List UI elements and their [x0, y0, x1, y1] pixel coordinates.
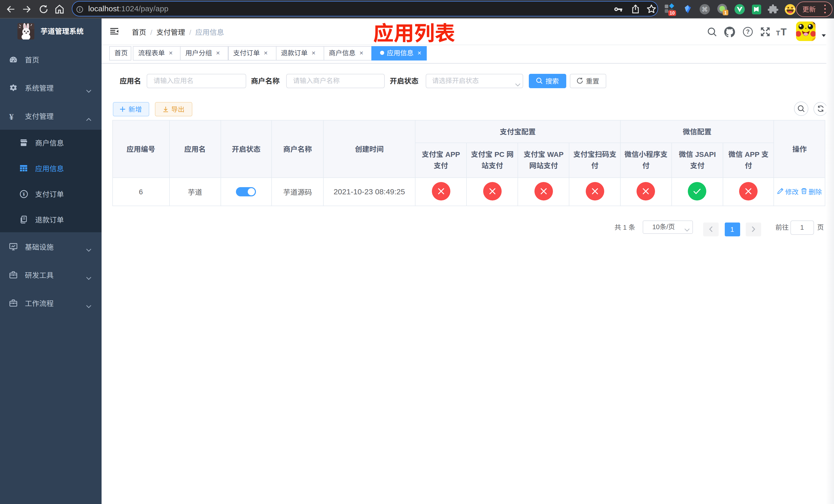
svg-text:10: 10: [670, 10, 675, 16]
svg-text:1: 1: [724, 10, 727, 15]
svg-text:¥: ¥: [23, 190, 25, 197]
svg-text:⌘: ⌘: [702, 6, 708, 13]
